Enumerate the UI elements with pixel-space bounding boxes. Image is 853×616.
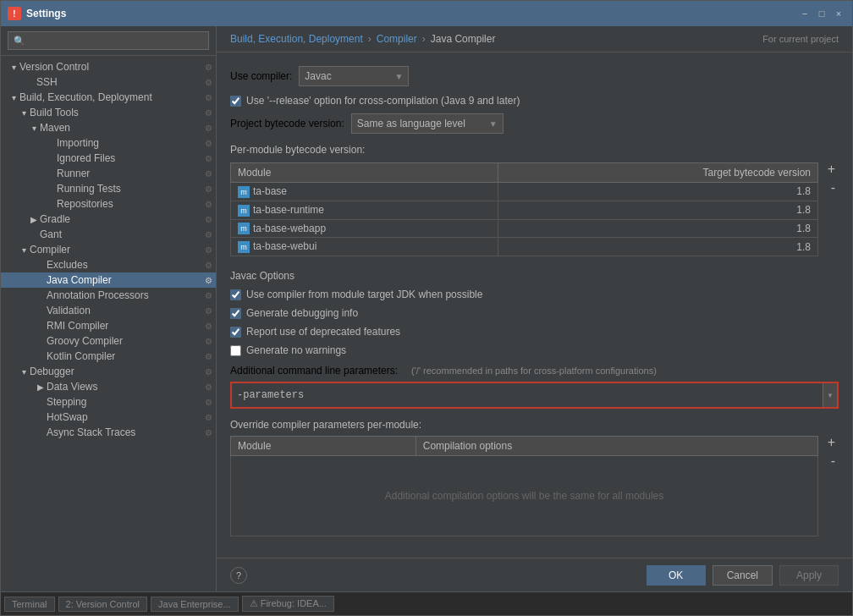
sidebar-item-ssh[interactable]: SSH ⚙ <box>1 74 216 90</box>
sidebar-item-excludes[interactable]: Excludes ⚙ <box>1 257 216 272</box>
gear-icon: ⚙ <box>205 352 212 361</box>
title-bar-left: ! Settings <box>8 7 66 20</box>
sidebar-item-stepping[interactable]: Stepping ⚙ <box>1 394 216 410</box>
module-icon: m <box>238 186 250 198</box>
bytecode-version-row: Project bytecode version: Same as langua… <box>230 113 839 134</box>
report-deprecated-checkbox[interactable] <box>230 327 241 338</box>
sidebar-item-runner[interactable]: Runner ⚙ <box>1 166 216 181</box>
cmd-params-scrollbar: ▼ <box>823 383 837 407</box>
override-options-col-header: Compilation options <box>415 437 817 456</box>
sidebar-item-importing[interactable]: Importing ⚙ <box>1 135 216 151</box>
table-row[interactable]: mta-base-runtime 1.8 <box>231 201 818 219</box>
compiler-select[interactable]: Javac ▼ <box>299 66 409 86</box>
sidebar-item-label: Build Tools <box>30 107 205 118</box>
table-row: Additional compilation options will be t… <box>231 456 818 536</box>
javac-options-header: Javac Options <box>230 270 839 282</box>
gear-icon: ⚙ <box>205 230 212 239</box>
sidebar-item-compiler[interactable]: ▾ Compiler ⚙ <box>1 242 216 257</box>
cmd-params-hint: ('/' recommended in paths for cross-plat… <box>411 366 657 376</box>
breadcrumb-separator2: › <box>422 33 426 45</box>
remove-module-button[interactable]: - <box>831 181 835 195</box>
use-compiler-label: Use compiler: <box>230 70 292 82</box>
gear-icon: ⚙ <box>205 413 212 422</box>
gear-icon: ⚙ <box>205 322 212 331</box>
sidebar-item-label: Kotlin Compiler <box>47 350 205 362</box>
gen-debug-checkbox[interactable] <box>230 308 241 319</box>
arrow-icon: ▾ <box>18 108 30 118</box>
taskbar-item-terminal[interactable]: Terminal <box>4 597 55 612</box>
ok-button[interactable]: OK <box>647 565 706 586</box>
cross-compile-checkbox[interactable] <box>230 96 241 107</box>
cmd-params-input[interactable] <box>232 383 823 407</box>
taskbar-item-firebug[interactable]: ⚠ Firebug: IDEA... <box>242 596 334 612</box>
version-col-header: Target bytecode version <box>498 163 818 183</box>
sidebar-item-ignored-files[interactable]: Ignored Files ⚙ <box>1 151 216 166</box>
sidebar-item-label: Debugger <box>30 366 205 377</box>
help-button[interactable]: ? <box>230 567 247 584</box>
arrow-icon: ▾ <box>28 124 40 133</box>
bytecode-version-arrow: ▼ <box>489 119 498 129</box>
search-input[interactable] <box>29 35 203 47</box>
sidebar-item-build-exec-deploy[interactable]: ▾ Build, Execution, Deployment ⚙ <box>1 90 216 105</box>
sidebar-item-build-tools[interactable]: ▾ Build Tools ⚙ <box>1 105 216 120</box>
arrow-icon: ▶ <box>35 382 47 392</box>
gear-icon: ⚙ <box>205 337 212 346</box>
module-icon: m <box>238 205 250 217</box>
cancel-button[interactable]: Cancel <box>713 565 773 586</box>
sidebar-item-debugger[interactable]: ▾ Debugger ⚙ <box>1 364 216 379</box>
cross-compile-row: Use '--release' option for cross-compila… <box>230 95 839 107</box>
no-warnings-checkbox[interactable] <box>230 345 241 356</box>
sidebar-item-version-control[interactable]: ▾ Version Control ⚙ <box>1 59 216 74</box>
sidebar-item-async-stack-traces[interactable]: Async Stack Traces ⚙ <box>1 425 216 440</box>
sidebar-item-label: Java Compiler <box>47 274 205 286</box>
sidebar-item-annotation-processors[interactable]: Annotation Processors ⚙ <box>1 288 216 303</box>
sidebar-item-maven[interactable]: ▾ Maven ⚙ <box>1 120 216 135</box>
window-title: Settings <box>26 8 66 19</box>
taskbar-item-version-control[interactable]: 2: Version Control <box>58 597 147 612</box>
breadcrumb-part2[interactable]: Compiler <box>377 33 417 45</box>
sidebar-item-label: Runner <box>57 168 205 179</box>
checkbox-no-warnings: Generate no warnings <box>230 344 839 356</box>
table-row[interactable]: mta-base-webapp 1.8 <box>231 219 818 238</box>
apply-button[interactable]: Apply <box>779 565 839 586</box>
maximize-button[interactable]: □ <box>815 7 828 20</box>
breadcrumb: Build, Execution, Deployment › Compiler … <box>217 26 852 52</box>
use-module-jdk-checkbox[interactable] <box>230 289 241 300</box>
taskbar-item-java-enterprise[interactable]: Java Enterprise... <box>151 597 239 612</box>
sidebar-item-validation[interactable]: Validation ⚙ <box>1 303 216 318</box>
sidebar-item-kotlin-compiler[interactable]: Kotlin Compiler ⚙ <box>1 349 216 364</box>
sidebar-item-running-tests[interactable]: Running Tests ⚙ <box>1 181 216 196</box>
sidebar-item-gradle[interactable]: ▶ Gradle ⚙ <box>1 212 216 227</box>
gear-icon: ⚙ <box>205 276 212 285</box>
sidebar-item-gant[interactable]: Gant ⚙ <box>1 227 216 242</box>
cross-compile-label: Use '--release' option for cross-compila… <box>246 95 520 107</box>
sidebar-item-label: Compiler <box>30 244 205 256</box>
table-row[interactable]: mta-base 1.8 <box>231 183 818 201</box>
gear-icon: ⚙ <box>205 306 212 316</box>
add-module-button[interactable]: + <box>828 162 835 176</box>
main-content: 🔍 ▾ Version Control ⚙ SSH ⚙ ▾ Build, Ex <box>1 26 852 591</box>
module-icon: m <box>238 223 250 234</box>
minimize-button[interactable]: − <box>798 7 812 20</box>
sidebar-item-repositories[interactable]: Repositories ⚙ <box>1 196 216 212</box>
sidebar-item-groovy-compiler[interactable]: Groovy Compiler ⚙ <box>1 333 216 349</box>
breadcrumb-part1[interactable]: Build, Execution, Deployment <box>230 33 363 45</box>
version-cell: 1.8 <box>498 238 818 256</box>
close-button[interactable]: × <box>832 7 845 20</box>
dialog-footer: ? OK Cancel Apply <box>217 558 852 591</box>
sidebar-item-data-views[interactable]: ▶ Data Views ⚙ <box>1 379 216 394</box>
search-wrapper[interactable]: 🔍 <box>8 31 209 50</box>
checkbox-use-module-jdk: Use compiler from module target JDK when… <box>230 289 839 300</box>
remove-override-button[interactable]: - <box>831 454 835 468</box>
title-bar-controls: − □ × <box>798 7 845 20</box>
sidebar-item-rmi-compiler[interactable]: RMI Compiler ⚙ <box>1 318 216 333</box>
sidebar-item-label: Maven <box>40 122 205 134</box>
sidebar-item-java-compiler[interactable]: Java Compiler ⚙ <box>1 272 216 288</box>
sidebar-item-label: Excludes <box>47 259 205 271</box>
table-row[interactable]: mta-base-webui 1.8 <box>231 238 818 256</box>
breadcrumb-current: Java Compiler <box>431 33 496 45</box>
add-override-button[interactable]: + <box>828 436 835 449</box>
gear-icon: ⚙ <box>205 169 212 179</box>
sidebar-item-hotswap[interactable]: HotSwap ⚙ <box>1 410 216 425</box>
bytecode-version-select[interactable]: Same as language level ▼ <box>351 113 504 134</box>
